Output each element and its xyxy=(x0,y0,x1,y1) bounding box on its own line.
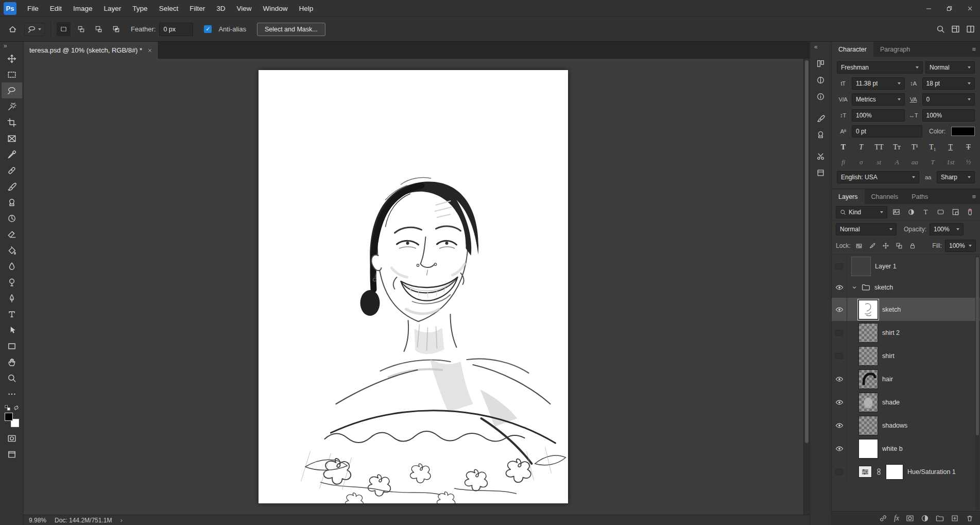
document-canvas[interactable] xyxy=(259,70,568,503)
workspace-switcher-icon[interactable] xyxy=(951,25,960,33)
crop-tool[interactable] xyxy=(2,114,22,130)
intersect-selection-m​ode-button[interactable] xyxy=(109,22,123,36)
faux-italic-button[interactable]: T xyxy=(855,141,868,153)
zoom-tool[interactable] xyxy=(2,370,22,386)
standard-ligatures-button[interactable]: fi xyxy=(837,156,850,168)
clone-source-panel-icon[interactable] xyxy=(812,127,830,142)
layers-scrollbar[interactable] xyxy=(975,256,979,510)
horizontal-scale-input[interactable]: 100% xyxy=(922,109,975,122)
smart-object-filter-icon[interactable] xyxy=(950,207,961,217)
collapse-panels-icon[interactable]: « xyxy=(810,43,818,50)
tab-character[interactable]: Character xyxy=(832,42,873,57)
quick-mask-button[interactable] xyxy=(2,430,22,446)
faux-bold-button[interactable]: T xyxy=(837,141,850,153)
new-group-icon[interactable] xyxy=(936,514,944,522)
menu-layer[interactable]: Layer xyxy=(98,0,127,17)
fractions-button[interactable]: ½ xyxy=(962,156,975,168)
all-caps-button[interactable]: TT xyxy=(872,141,885,153)
fill-select[interactable]: 100% xyxy=(945,240,976,252)
antialias-select[interactable]: Sharp xyxy=(937,171,975,183)
select-and-mask-button[interactable]: Select and Mask... xyxy=(257,23,325,36)
small-caps-button[interactable]: Tᴛ xyxy=(890,141,903,153)
layer-thumbnail[interactable] xyxy=(858,323,878,343)
adjustments-panel-icon[interactable] xyxy=(812,72,830,88)
eraser-tool[interactable] xyxy=(2,226,22,242)
lock-transparent-pixels-icon[interactable] xyxy=(854,241,864,251)
menu-edit[interactable]: Edit xyxy=(44,0,67,17)
layer-row-sketch[interactable]: sketch xyxy=(832,298,980,321)
group-expand-chevron-icon[interactable] xyxy=(851,284,857,291)
visibility-toggle[interactable] xyxy=(832,298,847,321)
tab-layers[interactable]: Layers xyxy=(832,189,865,204)
snapshot-panel-icon[interactable] xyxy=(812,148,830,164)
restore-button[interactable] xyxy=(939,0,959,16)
scrollbar-thumb[interactable] xyxy=(976,257,979,435)
adjustment-layer-filter-icon[interactable] xyxy=(905,207,917,217)
layer-filtering-toggle[interactable] xyxy=(964,207,976,217)
group-row-sketch[interactable]: sketch xyxy=(832,277,980,298)
menu-help[interactable]: Help xyxy=(293,0,319,17)
swap-colors-icon[interactable] xyxy=(13,405,19,411)
shape-layer-filter-icon[interactable] xyxy=(935,207,947,217)
panel-expand-icon[interactable] xyxy=(966,25,975,33)
menu-select[interactable]: Select xyxy=(153,0,184,17)
spot-healing-brush-tool[interactable] xyxy=(2,162,22,178)
screen-mode-button[interactable] xyxy=(2,446,22,462)
strikethrough-button[interactable]: T xyxy=(962,141,975,153)
expand-toolbar-icon[interactable]: » xyxy=(0,42,11,50)
add-to-selection-mode-button[interactable] xyxy=(74,22,88,36)
font-family-select[interactable]: Freshman xyxy=(837,61,923,74)
visibility-toggle[interactable] xyxy=(832,414,847,437)
move-tool[interactable] xyxy=(2,50,22,66)
horizontal-type-tool[interactable] xyxy=(2,306,22,322)
visibility-toggle[interactable] xyxy=(832,277,847,298)
font-style-select[interactable]: Normal xyxy=(925,61,975,74)
type-layer-filter-icon[interactable] xyxy=(920,207,932,217)
minimize-button[interactable] xyxy=(918,0,939,16)
canvas-vertical-scrollbar[interactable] xyxy=(803,59,810,515)
link-layers-icon[interactable] xyxy=(879,514,887,522)
ordinals-button[interactable]: 1st xyxy=(944,156,957,168)
pixel-layer-filter-icon[interactable] xyxy=(890,207,902,217)
document-tab[interactable]: teresa.psd @ 10% (sketch, RGB/8#) * xyxy=(24,42,159,59)
layer-row-shadows[interactable]: shadows xyxy=(832,414,980,437)
brush-settings-panel-icon[interactable] xyxy=(812,110,830,126)
layer-mask-thumbnail[interactable] xyxy=(886,464,903,480)
properties-panel-icon[interactable] xyxy=(812,165,830,180)
visibility-toggle[interactable] xyxy=(832,437,847,460)
menu-image[interactable]: Image xyxy=(67,0,98,17)
canvas-pasteboard[interactable] xyxy=(24,59,810,515)
scrollbar-thumb[interactable] xyxy=(805,60,809,443)
new-layer-icon[interactable] xyxy=(951,514,959,522)
layer-row-shade[interactable]: shade xyxy=(832,391,980,414)
foreground-color-swatch[interactable] xyxy=(5,413,13,421)
layer-row-hue-saturation[interactable]: Hue/Saturation 1 xyxy=(832,460,980,483)
lasso-tool[interactable] xyxy=(2,82,22,98)
tab-paths[interactable]: Paths xyxy=(905,189,935,204)
kerning-select[interactable]: Metrics xyxy=(852,93,905,106)
filter-kind-select[interactable]: Kind xyxy=(836,206,887,218)
menu-view[interactable]: View xyxy=(231,0,257,17)
font-size-select[interactable]: 11.38 pt xyxy=(852,77,905,90)
new-adjustment-layer-icon[interactable] xyxy=(921,514,929,522)
superscript-button[interactable]: T¹ xyxy=(908,141,921,153)
blend-mode-select[interactable]: Normal xyxy=(836,223,897,235)
antialias-checkbox[interactable]: ✓ xyxy=(204,25,212,33)
paint-bucket-tool[interactable] xyxy=(2,242,22,258)
tab-paragraph[interactable]: Paragraph xyxy=(873,42,917,57)
tab-channels[interactable]: Channels xyxy=(865,189,905,204)
status-options-chevron-icon[interactable]: › xyxy=(120,516,122,524)
lock-image-pixels-icon[interactable] xyxy=(867,241,878,251)
layer-row-shirt2[interactable]: shirt 2 xyxy=(832,321,980,344)
mask-link-icon[interactable] xyxy=(876,468,882,475)
visibility-toggle[interactable] xyxy=(832,256,847,277)
history-brush-tool[interactable] xyxy=(2,210,22,226)
layer-thumbnail[interactable] xyxy=(858,439,878,459)
current-tool-preset[interactable] xyxy=(24,23,45,36)
layer-row-hair[interactable]: hair xyxy=(832,367,980,391)
subtract-from-selection-mode-button[interactable] xyxy=(92,22,106,36)
opacity-select[interactable]: 100% xyxy=(930,223,964,235)
brush-tool[interactable] xyxy=(2,178,22,194)
visibility-toggle[interactable] xyxy=(832,344,847,367)
adjustment-layer-icon[interactable] xyxy=(858,466,872,478)
